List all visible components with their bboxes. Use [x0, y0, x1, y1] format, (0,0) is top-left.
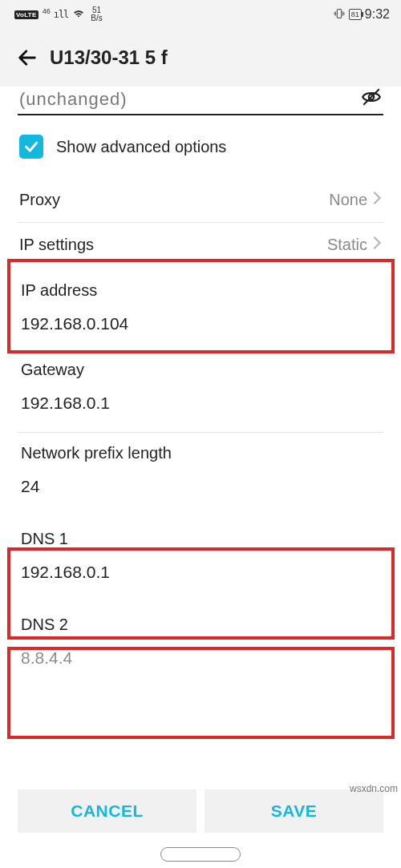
dns1-field[interactable]: DNS 1 192.168.0.1	[18, 514, 383, 600]
back-button[interactable]	[10, 40, 45, 75]
save-button[interactable]: SAVE	[205, 789, 383, 833]
divider	[18, 222, 383, 223]
signal-icon: ıll	[54, 9, 69, 20]
gateway-value: 192.168.0.1	[21, 394, 380, 418]
clock: 9:32	[365, 7, 390, 22]
ip-address-label: IP address	[21, 281, 380, 314]
page-title: U13/30-31 5 f	[50, 46, 168, 69]
divider	[18, 432, 383, 433]
status-right: 81 9:32	[333, 7, 390, 22]
battery-icon: 81	[349, 9, 362, 20]
show-advanced-label: Show advanced options	[56, 138, 226, 156]
ip-settings-row[interactable]: IP settings Static	[18, 226, 383, 264]
wifi-icon	[71, 8, 86, 22]
svg-rect-0	[337, 9, 341, 18]
svg-line-2	[363, 89, 379, 105]
dns1-label: DNS 1	[21, 530, 380, 563]
ip-address-value: 192.168.0.104	[21, 314, 380, 338]
gateway-field[interactable]: Gateway 192.168.0.1	[18, 351, 383, 430]
prefix-value: 24	[21, 477, 380, 501]
volte-badge: VoLTE	[14, 10, 38, 19]
prefix-field[interactable]: Network prefix length 24	[18, 434, 383, 514]
show-advanced-row[interactable]: Show advanced options	[18, 115, 383, 181]
password-field[interactable]: (unchanged)	[18, 87, 383, 115]
nav-pill[interactable]	[160, 847, 241, 862]
speed-unit: B/s	[91, 14, 102, 22]
network-gen: 46	[43, 7, 51, 15]
dns2-field[interactable]: DNS 2 8.8.4.4	[18, 600, 383, 685]
battery-pct: 81	[351, 10, 359, 19]
status-left: VoLTE 46 ıll 51 B/s	[14, 6, 103, 22]
button-bar: CANCEL SAVE	[0, 789, 401, 833]
proxy-label: Proxy	[19, 191, 60, 209]
check-icon	[23, 139, 39, 155]
arrow-left-icon	[16, 46, 38, 69]
proxy-value: None	[329, 191, 367, 209]
password-placeholder: (unchanged)	[19, 89, 361, 110]
vibrate-icon	[333, 7, 346, 22]
eye-off-icon[interactable]	[361, 87, 382, 112]
dns1-value: 192.168.0.1	[21, 563, 380, 587]
ip-settings-value: Static	[327, 236, 367, 254]
cancel-button[interactable]: CANCEL	[18, 789, 196, 833]
chevron-right-icon	[372, 191, 382, 209]
status-bar: VoLTE 46 ıll 51 B/s 81 9:32	[0, 0, 401, 29]
ip-address-field[interactable]: IP address 192.168.0.104	[18, 264, 383, 351]
data-speed: 51 B/s	[91, 6, 102, 22]
watermark: wsxdn.com	[350, 783, 398, 794]
dns2-label: DNS 2	[21, 616, 380, 648]
dns2-value: 8.8.4.4	[21, 648, 380, 672]
app-bar: U13/30-31 5 f	[0, 29, 401, 87]
gateway-label: Gateway	[21, 361, 380, 394]
ip-settings-label: IP settings	[19, 236, 94, 254]
proxy-row[interactable]: Proxy None	[18, 181, 383, 219]
prefix-label: Network prefix length	[21, 444, 380, 477]
chevron-right-icon	[372, 236, 382, 254]
show-advanced-checkbox[interactable]	[19, 135, 43, 159]
